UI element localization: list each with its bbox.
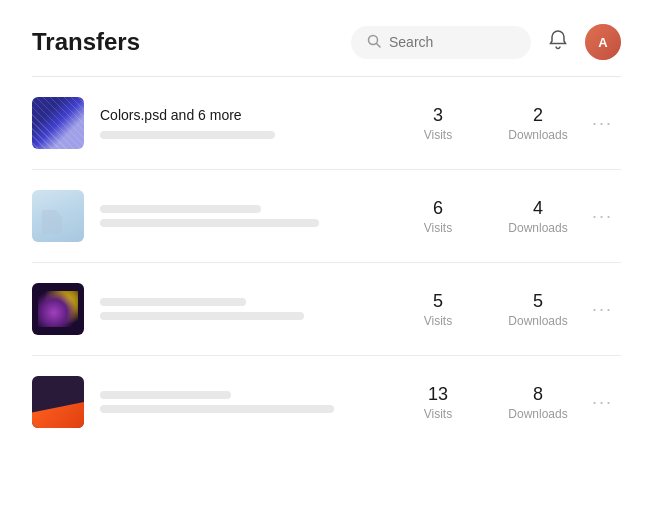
page-header: Transfers A	[0, 0, 653, 76]
skeleton-line	[100, 131, 275, 139]
more-options-button[interactable]: ···	[584, 295, 621, 324]
transfer-row: 6 Visits 4 Downloads ···	[32, 170, 621, 263]
visits-number: 13	[408, 384, 468, 405]
transfer-thumbnail	[32, 376, 84, 428]
downloads-label: Downloads	[508, 314, 568, 328]
visits-label: Visits	[408, 407, 468, 421]
visits-stat: 6 Visits	[408, 198, 468, 235]
visits-number: 3	[408, 105, 468, 126]
downloads-label: Downloads	[508, 221, 568, 235]
visits-stat: 13 Visits	[408, 384, 468, 421]
search-icon	[367, 34, 381, 51]
more-options-button[interactable]: ···	[584, 109, 621, 138]
downloads-number: 5	[508, 291, 568, 312]
search-input[interactable]	[389, 34, 515, 50]
downloads-label: Downloads	[508, 128, 568, 142]
transfer-list: Colors.psd and 6 more 3 Visits 2 Downloa…	[0, 77, 653, 448]
downloads-stat: 4 Downloads	[508, 198, 568, 235]
skeleton-line	[100, 405, 334, 413]
visits-stat: 5 Visits	[408, 291, 468, 328]
transfer-thumbnail	[32, 283, 84, 335]
transfer-thumbnail	[32, 190, 84, 242]
stat-group: 6 Visits 4 Downloads	[408, 198, 568, 235]
visits-stat: 3 Visits	[408, 105, 468, 142]
downloads-number: 2	[508, 105, 568, 126]
visits-label: Visits	[408, 128, 468, 142]
header-actions: A	[351, 24, 621, 60]
more-options-button[interactable]: ···	[584, 202, 621, 231]
avatar[interactable]: A	[585, 24, 621, 60]
transfer-info	[100, 391, 392, 413]
visits-number: 5	[408, 291, 468, 312]
downloads-number: 8	[508, 384, 568, 405]
visits-number: 6	[408, 198, 468, 219]
svg-line-1	[377, 43, 381, 47]
downloads-number: 4	[508, 198, 568, 219]
skeleton-line	[100, 391, 231, 399]
downloads-label: Downloads	[508, 407, 568, 421]
more-options-button[interactable]: ···	[584, 388, 621, 417]
stat-group: 5 Visits 5 Downloads	[408, 291, 568, 328]
transfer-info: Colors.psd and 6 more	[100, 107, 392, 139]
skeleton-line	[100, 298, 246, 306]
stat-group: 13 Visits 8 Downloads	[408, 384, 568, 421]
transfer-info	[100, 298, 392, 320]
downloads-stat: 8 Downloads	[508, 384, 568, 421]
page-title: Transfers	[32, 28, 140, 56]
transfer-row: 13 Visits 8 Downloads ···	[32, 356, 621, 448]
transfer-row: 5 Visits 5 Downloads ···	[32, 263, 621, 356]
search-bar[interactable]	[351, 26, 531, 59]
transfer-name: Colors.psd and 6 more	[100, 107, 392, 123]
downloads-stat: 2 Downloads	[508, 105, 568, 142]
skeleton-line	[100, 312, 304, 320]
skeleton-line	[100, 205, 261, 213]
notifications-icon[interactable]	[547, 29, 569, 56]
transfer-info	[100, 205, 392, 227]
skeleton-line	[100, 219, 319, 227]
transfer-thumbnail	[32, 97, 84, 149]
stat-group: 3 Visits 2 Downloads	[408, 105, 568, 142]
visits-label: Visits	[408, 314, 468, 328]
downloads-stat: 5 Downloads	[508, 291, 568, 328]
visits-label: Visits	[408, 221, 468, 235]
transfer-row: Colors.psd and 6 more 3 Visits 2 Downloa…	[32, 77, 621, 170]
